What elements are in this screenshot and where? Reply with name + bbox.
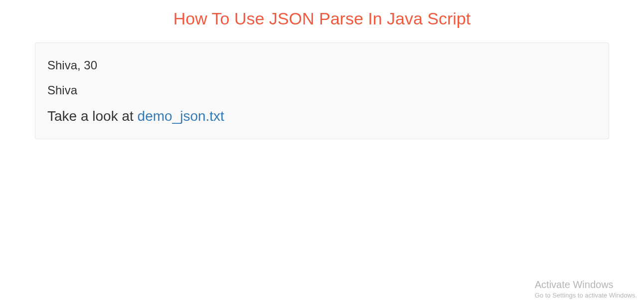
watermark-subtitle: Go to Settings to activate Windows.: [535, 292, 637, 299]
output-line-1: Shiva, 30: [47, 57, 597, 74]
output-line-2: Shiva: [47, 82, 597, 99]
output-line-3: Take a look at demo_json.txt: [47, 106, 597, 126]
line3-prefix-text: Take a look at: [47, 108, 138, 124]
demo-json-link[interactable]: demo_json.txt: [138, 108, 224, 124]
windows-activation-watermark: Activate Windows Go to Settings to activ…: [535, 279, 637, 299]
page-title: How To Use JSON Parse In Java Script: [35, 0, 609, 42]
watermark-title: Activate Windows: [535, 279, 637, 291]
content-box: Shiva, 30 Shiva Take a look at demo_json…: [35, 42, 609, 139]
